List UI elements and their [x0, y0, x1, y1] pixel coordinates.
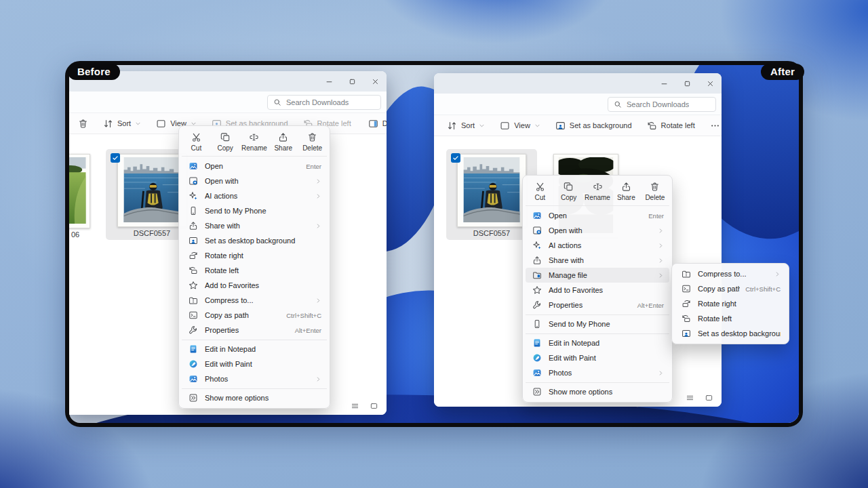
view-icon	[500, 121, 510, 131]
search-row: Search Downloads	[434, 94, 722, 115]
toolbar-button[interactable]	[704, 118, 722, 134]
cut-icon	[191, 132, 201, 142]
star-icon	[189, 281, 198, 290]
toolbar-button[interactable]	[72, 116, 94, 131]
before-badge: Before	[68, 64, 120, 80]
path-icon	[189, 310, 198, 320]
chevron-right-icon	[315, 298, 321, 304]
menu-item-show-more-options[interactable]: Show more options	[182, 388, 327, 405]
menu-item-set-as-desktop-background[interactable]: Set as desktop background	[182, 233, 327, 248]
search-input[interactable]: Search Downloads	[267, 95, 381, 110]
file-thumbnail-partial[interactable]: 06	[65, 149, 91, 239]
menu-item-photos[interactable]: Photos	[182, 371, 327, 386]
chevron-right-icon	[658, 228, 664, 234]
maximize-button[interactable]	[675, 73, 698, 94]
zip-icon	[682, 269, 691, 279]
submenu-item-rotate-right[interactable]: Rotate right	[675, 296, 786, 311]
close-button[interactable]	[698, 73, 722, 94]
menu-item-open[interactable]: Open Enter	[526, 208, 669, 223]
menu-item-show-more-options[interactable]: Show more options	[526, 382, 669, 399]
maximize-button[interactable]	[340, 71, 363, 92]
menu-item-ai-actions[interactable]: AI actions	[182, 188, 327, 203]
quick-action-delete[interactable]: Delete	[298, 129, 327, 154]
menu-item-add-to-favorites[interactable]: Add to Favorites	[526, 283, 669, 298]
toolbar-button-sort[interactable]: Sort	[97, 116, 147, 131]
trash-icon	[307, 132, 317, 142]
menu-item-edit-in-notepad[interactable]: Edit in Notepad	[182, 340, 327, 357]
selected-checkbox[interactable]	[111, 153, 120, 163]
menu-item-edit-with-paint[interactable]: Edit with Paint	[526, 350, 669, 365]
share-icon	[278, 132, 288, 142]
menu-item-edit-in-notepad[interactable]: Edit in Notepad	[526, 333, 669, 350]
menu-item-rotate-left[interactable]: Rotate left	[182, 263, 327, 278]
submenu-item-rotate-left[interactable]: Rotate left	[675, 311, 786, 326]
search-placeholder: Search Downloads	[286, 98, 349, 106]
submenu-item-compress-to[interactable]: Compress to...	[675, 266, 786, 281]
submenu-item-copy-as-path[interactable]: Copy as path Ctrl+Shift+C	[675, 281, 786, 296]
phone-icon	[532, 319, 542, 329]
toolbar-button-rotate-left[interactable]: Rotate left	[641, 118, 701, 134]
quick-action-cut[interactable]: Cut	[526, 178, 554, 203]
chevron-right-icon	[315, 193, 321, 199]
minimize-button[interactable]	[652, 73, 675, 94]
search-input[interactable]: Search Downloads	[608, 97, 716, 112]
selected-checkbox[interactable]	[451, 153, 460, 163]
submenu-item-set-as-desktop-background[interactable]: Set as desktop background	[675, 326, 786, 341]
close-button[interactable]	[363, 71, 387, 92]
wallpaper-icon	[555, 121, 566, 131]
minimize-button[interactable]	[317, 71, 340, 92]
menu-item-share-with[interactable]: Share with	[182, 218, 327, 233]
file-name: 06	[71, 230, 79, 239]
trash-icon	[650, 182, 660, 192]
notepad-icon	[189, 344, 198, 354]
menu-item-send-to-my-phone[interactable]: Send to My Phone	[182, 203, 327, 218]
quick-action-copy[interactable]: Copy	[554, 178, 583, 203]
menu-item-compress-to[interactable]: Compress to...	[182, 293, 327, 308]
menu-item-edit-with-paint[interactable]: Edit with Paint	[182, 357, 327, 371]
toolbar-button-set-as-background[interactable]: Set as background	[549, 118, 638, 134]
list-view-icon[interactable]	[350, 402, 359, 410]
wallpaper-icon	[682, 329, 691, 338]
thumbnail-view-icon[interactable]	[369, 402, 378, 410]
menu-item-send-to-my-phone[interactable]: Send to My Phone	[526, 314, 669, 331]
menu-item-open-with[interactable]: Open with	[182, 174, 327, 188]
menu-item-copy-as-path[interactable]: Copy as path Ctrl+Shift+C	[182, 308, 327, 323]
menu-item-share-with[interactable]: Share with	[526, 253, 669, 268]
menu-item-add-to-favorites[interactable]: Add to Favorites	[182, 278, 327, 293]
toolbar-button-sort[interactable]: Sort	[441, 118, 491, 134]
quick-action-share[interactable]: Share	[269, 129, 298, 154]
paint-icon	[532, 353, 542, 363]
menu-item-photos[interactable]: Photos	[526, 365, 669, 380]
menu-item-rotate-right[interactable]: Rotate right	[182, 248, 327, 263]
openwith-icon	[532, 226, 542, 235]
menu-item-open[interactable]: Open Enter	[182, 159, 327, 174]
zip-icon	[189, 296, 198, 305]
chevron-right-icon	[658, 272, 664, 279]
chevron-right-icon	[658, 258, 664, 264]
details-button[interactable]: Details	[363, 116, 387, 131]
sparkle-icon	[532, 241, 542, 250]
chevron-right-icon	[315, 178, 321, 184]
quick-action-cut[interactable]: Cut	[182, 129, 211, 154]
quick-action-rename[interactable]: Rename	[240, 129, 269, 154]
thumbnail-view-icon[interactable]	[704, 394, 713, 402]
menu-item-properties[interactable]: Properties Alt+Enter	[526, 298, 669, 312]
rotate-right-icon	[189, 251, 198, 260]
quick-action-rename[interactable]: Rename	[583, 178, 612, 203]
menu-item-manage-file[interactable]: Manage file	[526, 268, 669, 283]
menu-item-ai-actions[interactable]: AI actions	[526, 238, 669, 253]
menu-item-properties[interactable]: Properties Alt+Enter	[182, 323, 327, 338]
quick-action-copy[interactable]: Copy	[211, 129, 240, 154]
chevron-right-icon	[774, 271, 781, 277]
wrench-icon	[189, 325, 198, 335]
search-placeholder: Search Downloads	[627, 100, 689, 108]
toolbar-button-view[interactable]: View	[494, 118, 547, 134]
morebox-icon	[189, 393, 198, 403]
photos-icon	[532, 368, 542, 378]
chevron-down-icon	[534, 123, 540, 129]
menu-item-open-with[interactable]: Open with	[526, 223, 669, 238]
quick-action-share[interactable]: Share	[612, 178, 640, 203]
list-view-icon[interactable]	[685, 394, 694, 402]
image-icon	[189, 161, 198, 171]
quick-action-delete[interactable]: Delete	[641, 178, 669, 203]
